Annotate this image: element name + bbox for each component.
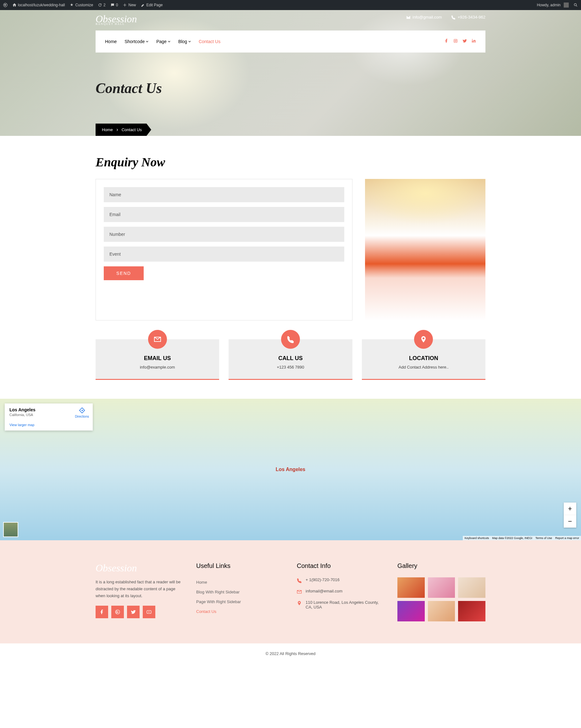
nav-shortcode[interactable]: Shortcode	[125, 39, 149, 44]
event-input[interactable]	[104, 246, 344, 262]
card-value: +123 456 7890	[235, 365, 346, 369]
nav-home[interactable]: Home	[105, 39, 117, 44]
instagram-icon[interactable]	[453, 39, 458, 44]
footer-phone: + 1(902)-720-7016	[297, 577, 385, 583]
map-shortcuts[interactable]: Keyboard shortcuts	[465, 537, 489, 540]
comments-link[interactable]: 0	[110, 3, 118, 7]
breadcrumb-home[interactable]: Home	[102, 127, 113, 132]
nav-social	[444, 39, 476, 44]
site-name[interactable]: localhost/luzuk/wedding-hall	[12, 3, 65, 7]
enquiry-form: SEND	[96, 179, 352, 320]
footer-heading: Gallery	[397, 562, 485, 570]
updates-link[interactable]: 2	[98, 3, 106, 7]
phone-icon	[297, 578, 302, 583]
footer-useful: Useful Links Home Blog With Right Sideba…	[196, 562, 284, 621]
twitter-icon[interactable]	[463, 39, 467, 44]
hero: Obsession BANQUET HALL info@gmail.com +9…	[0, 10, 581, 136]
gallery-thumb[interactable]	[397, 601, 425, 621]
admin-bar: localhost/luzuk/wedding-hall Customize 2…	[0, 0, 581, 10]
top-contact: info@gmail.com +926-3434-962	[96, 10, 485, 24]
card-title: CALL US	[235, 355, 346, 362]
edit-page-link[interactable]: Edit Page	[141, 3, 163, 7]
svg-rect-5	[472, 40, 473, 43]
view-larger-map[interactable]: View larger map	[9, 423, 88, 427]
gallery-thumb[interactable]	[458, 601, 485, 621]
map-attribution: Keyboard shortcuts Map data ©2022 Google…	[463, 536, 581, 540]
send-button[interactable]: SEND	[104, 266, 144, 280]
map-data: Map data ©2022 Google, INEGI	[492, 537, 532, 540]
number-input[interactable]	[104, 227, 344, 242]
footer-heading: Useful Links	[196, 562, 284, 570]
svg-rect-2	[454, 39, 457, 43]
map-label: Los Angeles	[276, 467, 306, 472]
pin-icon	[414, 330, 433, 349]
top-email[interactable]: info@gmail.com	[406, 15, 442, 20]
main-nav: Home Shortcode Page Blog Contact Us	[96, 30, 485, 53]
footer-desc: It is a long established fact that a rea…	[96, 579, 184, 599]
wp-logo[interactable]	[3, 3, 7, 7]
pinterest-icon[interactable]	[111, 606, 124, 618]
footer-gallery: Gallery	[397, 562, 485, 621]
email-input[interactable]	[104, 207, 344, 222]
breadcrumb: Home Contact Us	[96, 124, 151, 136]
card-value: Add Contact Address here..	[368, 365, 479, 369]
page-title: Contact Us	[96, 53, 485, 124]
pin-icon	[297, 601, 302, 606]
contact-cards: EMAIL US info@example.com CALL US +123 4…	[86, 339, 495, 399]
gallery-thumb[interactable]	[458, 577, 485, 598]
footer-link-contact[interactable]: Contact Us	[196, 607, 284, 616]
footer-social	[96, 606, 184, 618]
map-zoom: + −	[564, 502, 576, 528]
zoom-out-button[interactable]: −	[564, 515, 576, 528]
card-value: info@example.com	[102, 365, 213, 369]
map[interactable]: Los Angeles California, USA Directions V…	[0, 399, 581, 540]
directions-button[interactable]: Directions	[75, 407, 89, 418]
top-phone[interactable]: +926-3434-962	[451, 15, 485, 20]
enquiry-section: Enquiry Now SEND	[86, 136, 495, 339]
footer: Obsession It is a long established fact …	[0, 540, 581, 643]
call-card: CALL US +123 456 7890	[229, 339, 352, 380]
enquiry-title: Enquiry Now	[96, 155, 485, 170]
card-title: LOCATION	[368, 355, 479, 362]
linkedin-icon[interactable]	[472, 39, 476, 44]
new-link[interactable]: New	[123, 3, 136, 7]
chevron-right-icon	[116, 129, 118, 131]
footer-link-blog[interactable]: Blog With Right Sidebar	[196, 587, 284, 597]
customize-link[interactable]: Customize	[70, 3, 93, 7]
copyright: © 2022 All Rights Reserved	[0, 643, 581, 664]
footer-link-home[interactable]: Home	[196, 577, 284, 587]
zoom-in-button[interactable]: +	[564, 502, 576, 515]
footer-email: infomail@email.com	[297, 589, 385, 594]
facebook-icon[interactable]	[96, 606, 108, 618]
gallery-thumb[interactable]	[428, 577, 455, 598]
footer-address: 110 Lorence Road, Los Angeles County, CA…	[297, 600, 385, 609]
gallery-thumb[interactable]	[397, 577, 425, 598]
location-card: LOCATION Add Contact Address here..	[362, 339, 485, 380]
search-icon[interactable]	[574, 3, 578, 7]
howdy[interactable]: Howdy, admin	[537, 2, 569, 7]
svg-point-6	[472, 39, 473, 40]
breadcrumb-current: Contact Us	[122, 127, 142, 132]
card-title: EMAIL US	[102, 355, 213, 362]
logo[interactable]: Obsession BANQUET HALL	[96, 13, 137, 25]
email-card: EMAIL US info@example.com	[96, 339, 219, 380]
footer-about: Obsession It is a long established fact …	[96, 562, 184, 621]
nav-page[interactable]: Page	[156, 39, 170, 44]
name-input[interactable]	[104, 187, 344, 202]
nav-contact[interactable]: Contact Us	[199, 39, 220, 44]
map-terms[interactable]: Terms of Use	[535, 537, 552, 540]
map-report[interactable]: Report a map error	[555, 537, 579, 540]
svg-point-4	[456, 40, 456, 40]
gallery-thumb[interactable]	[428, 601, 455, 621]
nav-blog[interactable]: Blog	[178, 39, 191, 44]
map-satellite-toggle[interactable]	[3, 522, 18, 537]
footer-link-page[interactable]: Page With Right Sidebar	[196, 597, 284, 607]
twitter-icon[interactable]	[127, 606, 139, 618]
footer-logo[interactable]: Obsession	[96, 562, 184, 574]
chevron-down-icon	[188, 40, 191, 43]
footer-contact: Contact Info + 1(902)-720-7016 infomail@…	[297, 562, 385, 621]
facebook-icon[interactable]	[444, 39, 449, 44]
enquiry-image	[365, 179, 485, 320]
phone-icon	[281, 330, 300, 349]
youtube-icon[interactable]	[143, 606, 155, 618]
